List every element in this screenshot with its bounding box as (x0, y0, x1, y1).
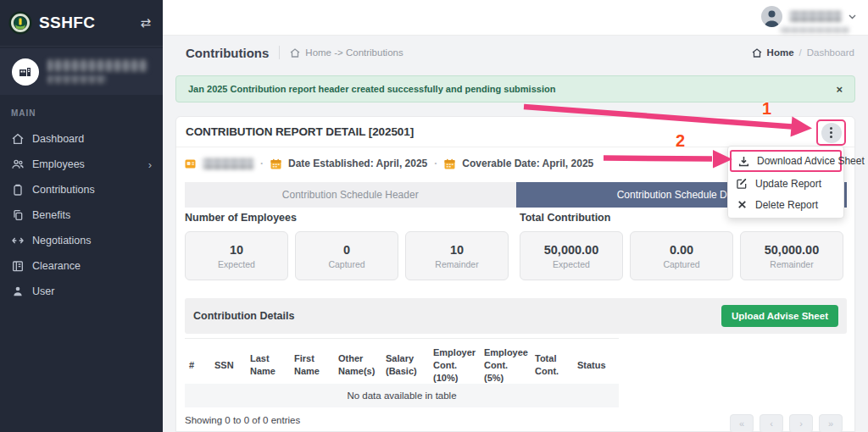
upload-advise-sheet-button[interactable]: Upload Advise Sheet (721, 305, 838, 327)
card-header: CONTRIBUTION REPORT DETAIL [202501] (176, 117, 854, 147)
alert-close-icon[interactable]: × (836, 84, 843, 95)
next-page-button[interactable]: › (789, 414, 813, 432)
sidebar-collapse-icon[interactable]: ⇄ (140, 15, 151, 30)
edit-icon (737, 178, 748, 189)
menu-item-download-advice-sheet[interactable]: Download Advice Sheet (730, 150, 842, 172)
clipboard-icon (11, 183, 25, 197)
success-alert: Jan 2025 Contribution report header crea… (175, 75, 855, 102)
profile-avatar (12, 58, 39, 86)
annotation-highlight-kebab (816, 119, 846, 146)
user-icon (11, 285, 25, 298)
table-empty-message: No data available in table (185, 384, 619, 407)
organization-icon (19, 65, 32, 79)
previous-page-button[interactable]: ‹ (760, 414, 783, 432)
calendar-icon (444, 158, 455, 169)
stat-value: 50,000.00 (765, 243, 820, 257)
stat-label: Captured (328, 259, 364, 269)
profile-name-redacted (47, 59, 147, 84)
sidebar-item-clearance[interactable]: Clearance (0, 253, 163, 279)
tab-contribution-schedule-header[interactable]: Contribution Schedule Header (185, 182, 516, 208)
download-icon (738, 156, 749, 167)
stat-label: Expected (553, 259, 590, 269)
stat-card-remainder: 10 Remainder (405, 231, 509, 280)
breadcrumb-separator: / (799, 47, 802, 58)
sidebar-item-benefits[interactable]: Benefits (0, 202, 163, 228)
sidebar-item-label: Clearance (32, 260, 81, 272)
home-icon (290, 48, 300, 58)
sidebar-item-negotiations[interactable]: Negotiations (0, 228, 163, 253)
menu-item-delete-report[interactable]: Delete Report (728, 194, 843, 215)
chevron-right-icon: › (148, 158, 152, 171)
date-established: Date Established: April, 2025 (288, 158, 427, 169)
user-name-redacted (789, 11, 842, 22)
sidebar-header: SSHFC ⇄ (0, 0, 163, 47)
meta-separator: · (434, 158, 437, 169)
menu-item-label: Delete Report (755, 199, 818, 211)
employer-name-redacted (203, 158, 253, 169)
copy-icon (11, 208, 25, 222)
caret-down-icon (849, 14, 856, 19)
sidebar-item-label: Benefits (32, 209, 70, 221)
close-icon (737, 199, 748, 210)
id-card-icon (11, 259, 25, 273)
breadcrumb-text: Home -> Contributions (305, 47, 403, 58)
page-title: Contributions (186, 46, 269, 60)
meta-separator: · (260, 158, 264, 169)
user-avatar (761, 6, 782, 27)
divider (279, 46, 280, 59)
sidebar-item-employees[interactable]: Employees › (0, 152, 163, 177)
topbar-user-menu[interactable] (761, 6, 856, 27)
report-actions-menu-button[interactable] (821, 123, 842, 143)
user-subtext-redacted (780, 26, 849, 33)
stat-value: 10 (450, 243, 464, 257)
report-meta-row: · Date Established: April, 2025 · Covera… (185, 155, 593, 172)
main-area: Contributions Home -> Contributions Home… (163, 0, 868, 432)
sidebar-section-label: MAIN (11, 108, 163, 118)
person-icon (761, 6, 782, 27)
sidebar: SSHFC ⇄ MAIN (0, 0, 163, 432)
employees-stats-group: Number of Employees 10 Expected 0 Captur… (185, 212, 509, 280)
breadcrumb-current: Dashboard (807, 47, 854, 58)
first-page-button[interactable]: « (730, 414, 754, 432)
brand-name: SSHFC (39, 14, 95, 32)
calendar-icon (270, 158, 281, 169)
last-page-button[interactable]: » (819, 414, 843, 432)
sshfc-logo-icon (8, 11, 32, 35)
report-title: CONTRIBUTION REPORT DETAIL [202501] (186, 125, 414, 138)
pagination: « ‹ › » (730, 414, 843, 432)
stat-value: 10 (230, 243, 243, 257)
breadcrumb-right: Home / Dashboard (752, 47, 854, 58)
sidebar-item-contributions[interactable]: Contributions (0, 177, 163, 202)
page-header: Contributions Home -> Contributions Home… (186, 42, 854, 63)
sidebar-item-label: Dashboard (32, 133, 84, 145)
topbar (163, 0, 868, 36)
users-icon (11, 158, 25, 171)
stat-card-remainder: 50,000.00 Remainder (740, 231, 843, 280)
app-root: SSHFC ⇄ MAIN (0, 0, 868, 432)
alert-message: Jan 2025 Contribution report header crea… (188, 84, 555, 94)
employer-badge-icon (185, 158, 196, 169)
stat-label: Captured (663, 259, 699, 269)
sidebar-item-user[interactable]: User (0, 279, 163, 304)
sidebar-item-dashboard[interactable]: Dashboard (0, 126, 163, 152)
stat-card-expected: 50,000.00 Expected (520, 231, 623, 280)
stats-group-title: Number of Employees (185, 212, 509, 224)
menu-item-label: Update Report (755, 178, 821, 190)
stat-value: 50,000.00 (544, 243, 599, 257)
menu-item-update-report[interactable]: Update Report (728, 173, 843, 194)
stat-label: Remainder (435, 259, 478, 269)
table-entries-summary: Showing 0 to 0 of 0 entries (185, 415, 300, 425)
stat-value: 0.00 (670, 243, 693, 257)
breadcrumb-home-link[interactable]: Home (767, 47, 794, 58)
stat-card-captured: 0 Captured (295, 231, 398, 280)
details-title: Contribution Details (193, 310, 294, 322)
sidebar-item-label: Contributions (32, 184, 95, 196)
contribution-stats-group: Total Contribution 50,000.00 Expected 0.… (520, 212, 843, 280)
sidebar-profile[interactable] (0, 48, 163, 95)
sidebar-item-label: Negotiations (32, 235, 92, 246)
home-icon (11, 132, 25, 146)
stat-card-expected: 10 Expected (185, 231, 288, 280)
report-actions-dropdown: Download Advice Sheet Update Report Dele… (727, 146, 844, 219)
menu-item-label: Download Advice Sheet (757, 155, 865, 167)
breadcrumb[interactable]: Home -> Contributions (290, 47, 403, 58)
